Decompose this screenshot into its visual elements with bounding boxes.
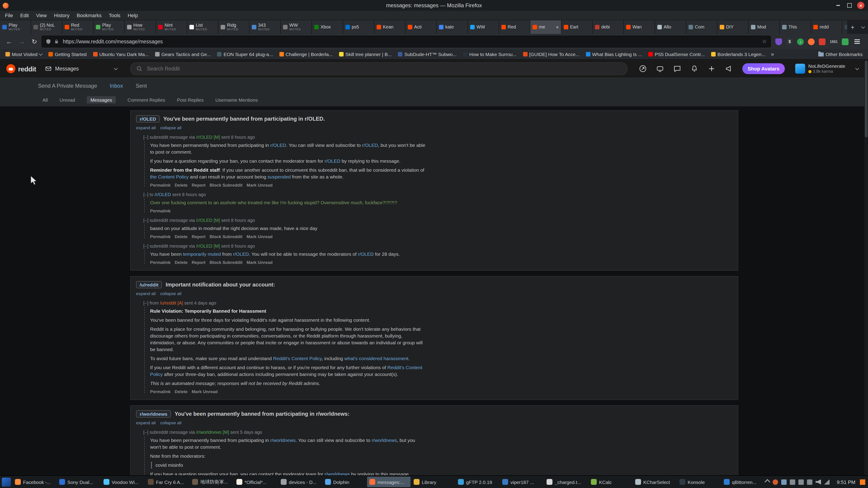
lock-icon[interactable] <box>54 39 59 44</box>
tracking-shield-icon[interactable] <box>46 39 51 44</box>
browser-tab[interactable]: DIY <box>717 20 749 34</box>
bookmark-challenge-borderla[interactable]: Challenge | Borderla... <box>276 50 336 58</box>
mark-unread-link[interactable]: Mark Unread <box>247 234 273 239</box>
other-bookmarks-button[interactable]: Other Bookmarks <box>816 50 865 58</box>
notifications-bell-icon[interactable] <box>688 62 701 75</box>
mark-unread-link[interactable]: Mark Unread <box>247 260 273 265</box>
inline-link[interactable]: r/OLED <box>233 251 249 257</box>
taskbar-clock[interactable]: 9:51 PM <box>833 479 859 485</box>
maximize-button[interactable] <box>846 2 853 9</box>
taskbar-item[interactable]: Sony Dual... <box>57 477 100 487</box>
app-launcher-button[interactable] <box>2 477 11 486</box>
taskbar-item[interactable]: Library <box>411 477 455 487</box>
taskbar-item[interactable]: KCalc <box>589 477 632 487</box>
bookmark-star-icon[interactable]: ☆ <box>762 38 767 45</box>
taskbar-item[interactable]: Far Cry 6 A... <box>146 477 189 487</box>
nav-inbox[interactable]: Inbox <box>110 83 123 89</box>
menu-history[interactable]: History <box>51 12 72 19</box>
bookmark-how-to-make-surrou[interactable]: How to Make Surrou... <box>460 50 519 58</box>
browser-tab[interactable]: Mod <box>749 20 780 34</box>
forward-button[interactable]: → <box>16 36 27 47</box>
browser-tab[interactable]: HowMUTED <box>125 20 156 34</box>
inline-link[interactable]: [–] <box>143 218 148 223</box>
browser-tab[interactable]: 343MUTED <box>250 20 281 34</box>
browser-tab[interactable]: This <box>780 20 811 34</box>
filter-post-replies[interactable]: Post Replies <box>177 97 204 103</box>
network-icon[interactable] <box>824 479 830 485</box>
inline-link[interactable]: r/OLED <box>358 251 374 257</box>
inline-link[interactable]: [M] <box>213 218 220 223</box>
menu-tools[interactable]: Tools <box>105 12 123 19</box>
delete-link[interactable]: Delete <box>175 260 188 265</box>
user-menu[interactable]: NoLifeDGenerate 3.8k karma <box>792 62 862 76</box>
taskbar-item[interactable]: _charged.t... <box>544 477 588 487</box>
bookmark-subdude-ht-subwo[interactable]: SubDude-HT™ Subwo... <box>395 50 459 58</box>
inline-link[interactable]: [–] <box>143 135 148 140</box>
close-button[interactable]: × <box>857 2 864 9</box>
inline-link[interactable]: /u/reddit <box>160 300 176 305</box>
inline-link[interactable]: [–] <box>143 243 148 249</box>
downloader-extension-icon[interactable]: ↓ <box>797 38 804 45</box>
browser-tab[interactable]: Eart <box>561 20 593 34</box>
bookmark-eon-super-64-plug-a[interactable]: EON Super 64 plug-a... <box>215 50 276 58</box>
taskbar-item[interactable]: messages:... <box>367 477 410 487</box>
reload-button[interactable]: ↻ <box>29 36 40 47</box>
back-button[interactable]: ← <box>4 36 14 47</box>
shopping-extension-icon[interactable]: $ <box>786 38 793 45</box>
inline-link[interactable]: r/worldnews <box>372 437 397 443</box>
menu-bookmarks[interactable]: Bookmarks <box>73 12 105 19</box>
inline-link[interactable]: /r/OLED <box>196 218 213 223</box>
delete-link[interactable]: Delete <box>175 183 188 188</box>
block-subreddit-link[interactable]: Block Subreddit <box>210 260 243 265</box>
permalink-link[interactable]: Permalink <box>150 260 170 265</box>
taskbar-item[interactable]: Facebook -... <box>13 477 56 487</box>
taskbar-item[interactable]: viper187 ... <box>500 477 544 487</box>
report-link[interactable]: Report <box>192 260 206 265</box>
bookmark-borderlands-3-legen[interactable]: Borderlands 3 Legen... <box>708 50 768 58</box>
browser-tab[interactable]: PlayMUTED <box>94 20 125 34</box>
filter-messages[interactable]: Messages <box>87 96 116 103</box>
inline-link[interactable]: [A] <box>176 300 183 305</box>
advertise-icon[interactable] <box>637 62 649 75</box>
filter-all[interactable]: All <box>42 97 48 103</box>
browser-tab[interactable]: WW <box>468 20 499 34</box>
volume-icon[interactable] <box>815 479 821 485</box>
block-subreddit-link[interactable]: Block Subreddit <box>210 234 243 239</box>
reddit-logo[interactable]: reddit <box>6 64 36 73</box>
browser-tab[interactable]: Xbox <box>312 20 343 34</box>
browser-tab[interactable]: WWMUTED <box>281 20 312 34</box>
browser-tab[interactable]: NintMUTED <box>156 20 187 34</box>
delete-link[interactable]: Delete <box>175 234 188 239</box>
inline-link[interactable]: suspended <box>268 174 291 180</box>
inline-link[interactable]: [M] <box>221 430 229 435</box>
clipboard-icon[interactable] <box>790 479 795 485</box>
thread-subreddit-badge[interactable]: r/OLED <box>136 115 160 123</box>
browser-tab[interactable]: Wan <box>624 20 655 34</box>
permalink-link[interactable]: Permalink <box>150 208 170 213</box>
bookmark-most-visited[interactable]: Most Visited <box>3 50 45 58</box>
bookmark-guide-how-to-acce[interactable]: [GUIDE] How To Acce... <box>520 50 582 58</box>
browser-tab[interactable]: Acti <box>405 20 437 34</box>
expand-all-link[interactable]: expand all <box>136 291 156 296</box>
url-input[interactable] <box>62 38 759 45</box>
filter-username-mentions[interactable]: Username Mentions <box>215 97 258 103</box>
inline-link[interactable]: what's considered harassment <box>344 356 408 361</box>
broadcast-icon[interactable] <box>654 62 666 75</box>
browser-tab[interactable]: RedMUTED <box>62 20 94 34</box>
delete-link[interactable]: Delete <box>175 389 188 394</box>
bookmark-skill-tree-planner-b[interactable]: Skill tree planner | B... <box>336 50 395 58</box>
taskbar-item[interactable]: Voodoo Wi... <box>101 477 145 487</box>
page-scrollbar[interactable] <box>864 60 868 475</box>
inline-link[interactable]: temporarily muted <box>183 251 221 257</box>
shop-avatars-button[interactable]: Shop Avatars <box>742 63 785 74</box>
block-subreddit-link[interactable]: Block Subreddit <box>210 183 243 188</box>
menu-help[interactable]: Help <box>125 12 141 19</box>
collapse-all-link[interactable]: collapse all <box>160 291 182 296</box>
list-all-tabs-button[interactable] <box>858 20 868 34</box>
expand-all-link[interactable]: expand all <box>136 125 156 130</box>
media-status-icon[interactable] <box>773 479 778 485</box>
bookmark-what-bias-lighting-is[interactable]: What Bias Lighting Is ... <box>583 50 645 58</box>
inline-link[interactable]: /r/OLED <box>196 243 213 249</box>
inline-link[interactable]: [–] <box>143 300 148 305</box>
collapse-all-link[interactable]: collapse all <box>160 420 182 425</box>
